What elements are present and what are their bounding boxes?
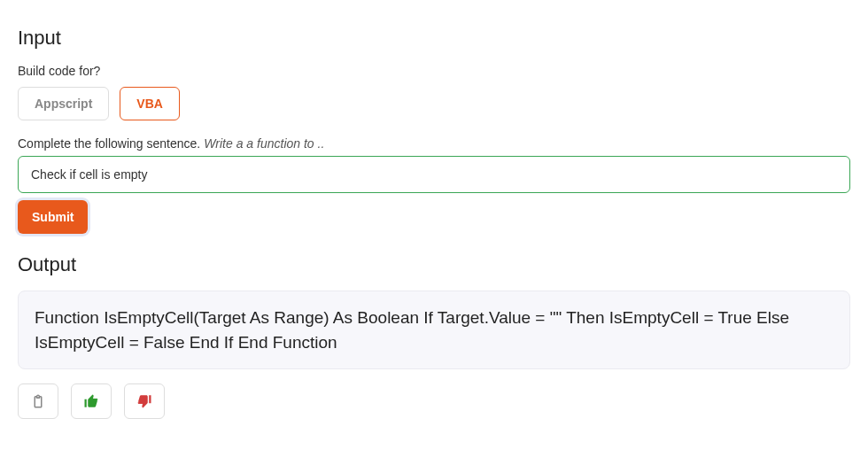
prompt-label-plain: Complete the following sentence. <box>18 136 204 151</box>
clipboard-icon <box>30 393 46 409</box>
vba-option[interactable]: VBA <box>120 87 180 120</box>
appscript-option[interactable]: Appscript <box>18 87 109 120</box>
thumbs-up-icon <box>83 393 99 409</box>
submit-button[interactable]: Submit <box>18 200 88 234</box>
build-code-label: Build code for? <box>18 64 850 78</box>
input-heading: Input <box>18 27 850 50</box>
prompt-input[interactable] <box>18 156 850 193</box>
thumbs-down-icon <box>136 393 152 409</box>
language-toggle: Appscript VBA <box>18 87 850 120</box>
copy-button[interactable] <box>18 383 58 419</box>
thumbs-down-button[interactable] <box>124 383 165 419</box>
prompt-label: Complete the following sentence. Write a… <box>18 136 850 151</box>
prompt-label-italic: Write a a function to .. <box>204 136 324 151</box>
thumbs-up-button[interactable] <box>71 383 112 419</box>
output-actions <box>18 383 850 419</box>
output-heading: Output <box>18 253 850 276</box>
output-code: Function IsEmptyCell(Target As Range) As… <box>18 290 850 369</box>
